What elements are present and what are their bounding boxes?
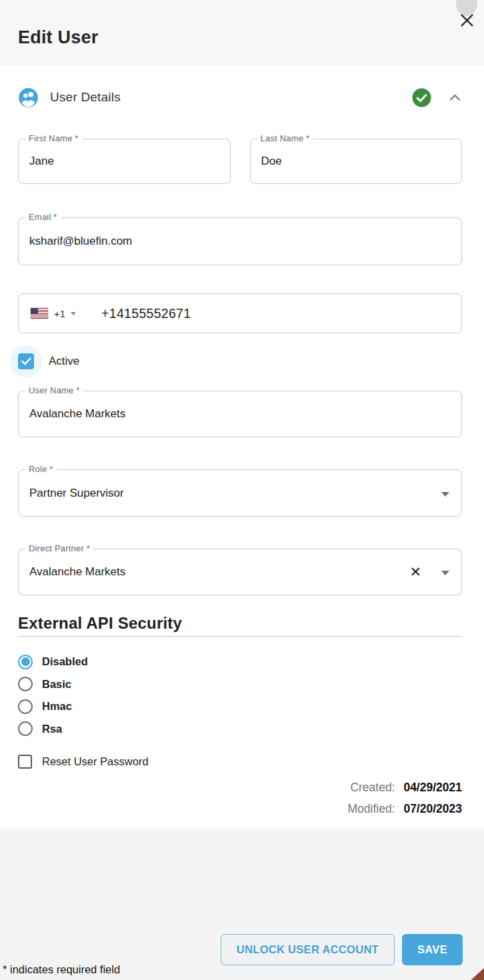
radio-option-basic[interactable]: Basic [18,673,462,696]
us-flag-icon [31,308,48,319]
required-field-note: * indicates required field [3,963,120,976]
direct-partner-label: Direct Partner * [25,543,93,553]
role-select[interactable]: Role * Partner Supervisor [18,469,462,517]
role-value: Partner Supervisor [29,487,124,500]
dial-code[interactable]: +1 [54,308,65,319]
created-label: Created: [350,781,395,794]
save-button[interactable]: SAVE [402,934,463,965]
clear-partner-icon[interactable]: ✕ [404,561,427,583]
first-name-field[interactable]: First Name * Jane [18,139,231,184]
chevron-up-icon [449,94,461,101]
unlock-user-account-button[interactable]: UNLOCK USER ACCOUNT [221,934,395,965]
active-checkbox-row: Active [10,345,462,377]
last-name-label: Last Name * [257,133,313,143]
background-corner-artifact [469,968,484,980]
phone-number-value[interactable]: +14155552671 [101,306,191,321]
reset-password-checkbox[interactable] [18,755,32,769]
dialog-footer: UNLOCK USER ACCOUNT SAVE * indicates req… [0,829,484,980]
user-details-icon [18,87,39,108]
checkbox-checked-icon [18,353,34,369]
role-dropdown-caret-icon[interactable] [441,492,449,497]
user-name-value: Avalanche Markets [29,407,125,421]
email-field[interactable]: Email * ksharif@bluefin.com [18,217,462,265]
modified-label: Modified: [348,802,395,815]
close-icon [459,13,475,28]
check-circle-icon [412,88,431,107]
api-security-radio-group: DisabledBasicHmacRsa [18,651,462,740]
reset-password-label: Reset User Password [42,755,149,768]
dial-code-caret-icon[interactable] [71,312,76,315]
active-checkbox[interactable] [10,345,42,377]
radio-option-hmac[interactable]: Hmac [18,695,462,718]
api-security-heading: External API Security [18,614,462,637]
last-name-value: Doe [261,155,282,168]
phone-field[interactable]: +1 +14155552671 [18,293,462,333]
last-name-field[interactable]: Last Name * Doe [250,139,463,184]
page-title: Edit User [18,27,98,65]
edit-user-dialog: Edit User User Details [0,0,484,980]
radio-option-rsa[interactable]: Rsa [18,718,462,741]
radio-unselected-icon[interactable] [18,677,33,691]
user-details-section-header[interactable]: User Details [18,65,462,112]
direct-partner-select[interactable]: Direct Partner * Avalanche Markets ✕ [18,549,462,595]
first-name-label: First Name * [25,133,82,143]
email-label: Email * [25,212,61,222]
record-meta: Created: 04/29/2021 Modified: 07/20/2023 [18,777,462,819]
first-name-value: Jane [29,155,54,168]
form-content: User Details First Name * Jane Last Name [0,65,484,829]
reset-password-row: Reset User Password [18,755,462,769]
role-label: Role * [25,464,57,474]
dialog-header: Edit User [0,0,484,65]
radio-option-disabled[interactable]: Disabled [18,651,462,673]
created-value: 04/29/2021 [403,781,462,794]
direct-partner-value: Avalanche Markets [29,565,125,579]
radio-label: Hmac [42,700,72,713]
radio-label: Disabled [42,655,88,668]
section-title: User Details [50,90,121,105]
modified-value: 07/20/2023 [403,802,462,815]
user-name-field[interactable]: User Name * Avalanche Markets [18,391,462,437]
radio-label: Rsa [42,723,62,735]
section-valid-badge [412,88,431,107]
radio-unselected-icon[interactable] [18,699,33,714]
collapse-section-button[interactable] [448,91,462,103]
radio-label: Basic [42,678,71,691]
active-label: Active [49,355,79,368]
close-button[interactable] [457,11,476,29]
radio-selected-icon[interactable] [18,655,33,669]
user-name-label: User Name * [25,385,83,395]
partner-dropdown-caret-icon[interactable] [441,571,449,575]
radio-unselected-icon[interactable] [18,721,33,736]
email-value: ksharif@bluefin.com [29,235,132,248]
